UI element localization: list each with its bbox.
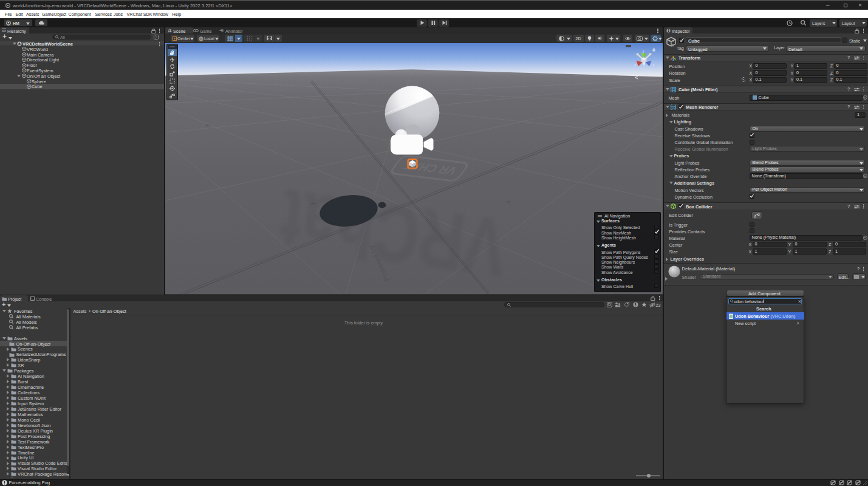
svg-text:y: y	[643, 49, 644, 53]
svg-text:x: x	[634, 63, 636, 66]
svg-text:z: z	[652, 63, 654, 66]
